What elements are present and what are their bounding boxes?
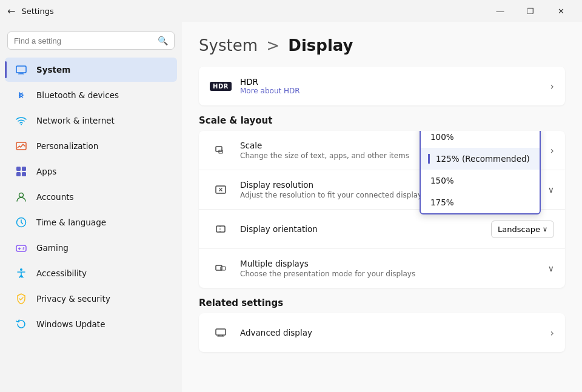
svg-rect-16 (216, 226, 225, 232)
scale-option-175[interactable]: 175% (421, 191, 540, 213)
multi-displays-control[interactable]: ∨ (548, 264, 554, 273)
svg-rect-0 (16, 66, 26, 73)
advanced-display-row[interactable]: Advanced display › (199, 313, 565, 352)
sidebar-item-bluetooth[interactable]: Bluetooth & devices (5, 83, 177, 107)
multi-displays-icon (210, 257, 232, 279)
related-settings-title: Related settings (199, 297, 565, 308)
orientation-chevron-icon: ∨ (543, 225, 547, 233)
svg-rect-8 (22, 172, 26, 176)
personalization-icon (15, 139, 28, 153)
resolution-icon (210, 179, 232, 201)
scale-row[interactable]: Scale Change the size of text, apps, and… (199, 131, 565, 170)
page-header: System > Display (199, 36, 565, 55)
maximize-button[interactable]: ❐ (517, 2, 544, 19)
orientation-row[interactable]: Display orientation Landscape ∨ (199, 210, 565, 249)
app-title: Settings (21, 7, 53, 16)
scale-option-100[interactable]: 100% (421, 131, 540, 148)
svg-rect-6 (22, 167, 26, 171)
sidebar-label-network: Network & internet (36, 116, 115, 125)
hdr-text: HDR More about HDR (240, 77, 550, 95)
orientation-icon (210, 218, 232, 240)
sidebar-label-personalization: Personalization (36, 141, 98, 151)
sidebar-label-apps: Apps (36, 167, 56, 176)
accessibility-icon (15, 267, 28, 280)
advanced-display-text: Advanced display (240, 328, 550, 337)
svg-point-9 (19, 193, 24, 198)
apps-icon (15, 165, 28, 178)
sidebar-item-gaming[interactable]: Gaming (5, 236, 177, 260)
main-content: System > Display HDR HDR More about HDR … (182, 22, 582, 392)
sidebar-label-privacy: Privacy & security (36, 294, 110, 304)
sidebar-item-accounts[interactable]: Accounts (5, 185, 177, 209)
advanced-display-icon (210, 322, 232, 344)
orientation-select[interactable]: Landscape ∨ (491, 221, 554, 238)
search-input[interactable] (14, 36, 153, 45)
svg-rect-7 (16, 172, 21, 176)
svg-rect-11 (16, 245, 26, 251)
gaming-icon (15, 241, 28, 254)
bluetooth-icon (15, 88, 28, 102)
scale-option-150[interactable]: 150% (421, 170, 540, 191)
app-body: 🔍 System Bluetooth & devi (0, 22, 582, 392)
advanced-display-chevron-icon: › (550, 327, 554, 339)
hdr-chevron-icon: › (550, 81, 554, 92)
search-icon: 🔍 (158, 36, 168, 45)
accounts-icon (15, 190, 28, 204)
sidebar-label-accounts: Accounts (36, 192, 74, 202)
scale-icon (210, 139, 232, 161)
hdr-card: HDR HDR More about HDR › (199, 67, 565, 105)
sidebar-label-system: System (36, 65, 70, 75)
privacy-icon (15, 292, 28, 305)
resolution-control[interactable]: ∨ (548, 185, 554, 194)
sidebar-item-time[interactable]: Time & language (5, 210, 177, 234)
svg-rect-19 (216, 329, 226, 335)
sidebar-item-accessibility[interactable]: Accessibility (5, 261, 177, 285)
sidebar-item-privacy[interactable]: Privacy & security (5, 287, 177, 311)
window-controls: — ❐ ✕ (486, 2, 575, 19)
resolution-chevron-icon: ∨ (548, 185, 554, 194)
advanced-display-title: Advanced display (240, 328, 550, 337)
close-button[interactable]: ✕ (547, 2, 575, 19)
scale-option-125[interactable]: 125% (Recommended) (421, 148, 540, 170)
system-icon (15, 63, 28, 76)
orientation-title: Display orientation (240, 224, 491, 234)
hdr-subtitle: More about HDR (240, 87, 550, 95)
sidebar-label-bluetooth: Bluetooth & devices (36, 90, 119, 100)
hdr-title: HDR (240, 77, 550, 87)
sidebar-item-apps[interactable]: Apps (5, 159, 177, 184)
selected-indicator (428, 154, 430, 164)
related-settings-card: Advanced display › (199, 313, 565, 352)
hdr-row[interactable]: HDR HDR More about HDR › (199, 67, 565, 105)
svg-point-3 (21, 124, 22, 125)
scale-control[interactable]: 100% 125% (Recommended) 150% 175% (550, 145, 554, 156)
multi-displays-subtitle: Choose the presentation mode for your di… (240, 270, 548, 278)
search-box[interactable]: 🔍 (7, 32, 175, 50)
sidebar: 🔍 System Bluetooth & devi (0, 22, 182, 392)
multi-displays-chevron-icon: ∨ (548, 264, 554, 273)
title-bar-left: ← Settings (7, 5, 54, 17)
svg-rect-5 (16, 167, 21, 171)
minimize-button[interactable]: — (486, 2, 514, 19)
sidebar-item-personalization[interactable]: Personalization (5, 134, 177, 158)
title-bar: ← Settings — ❐ ✕ (0, 0, 582, 22)
breadcrumb-arrow: > (266, 36, 284, 55)
scale-layout-title: Scale & layout (199, 115, 565, 126)
sidebar-label-time: Time & language (36, 218, 106, 227)
orientation-text: Display orientation (240, 224, 491, 234)
sidebar-item-network[interactable]: Network & internet (5, 108, 177, 133)
scale-dropdown[interactable]: 100% 125% (Recommended) 150% 175% (420, 131, 541, 214)
breadcrumb-display: Display (288, 36, 353, 55)
back-icon[interactable]: ← (7, 5, 15, 17)
svg-point-12 (20, 268, 22, 271)
advanced-display-control[interactable]: › (550, 327, 554, 339)
hdr-badge: HDR (210, 82, 232, 91)
scale-layout-card: Scale Change the size of text, apps, and… (199, 131, 565, 288)
sidebar-item-system[interactable]: System (5, 58, 177, 82)
multi-displays-row[interactable]: Multiple displays Choose the presentatio… (199, 249, 565, 288)
orientation-value: Landscape (498, 225, 540, 234)
hdr-badge-container: HDR (210, 75, 232, 97)
svg-rect-2 (18, 74, 24, 75)
sidebar-item-update[interactable]: Windows Update (5, 312, 177, 336)
multi-displays-title: Multiple displays (240, 259, 548, 268)
orientation-control[interactable]: Landscape ∨ (491, 221, 554, 238)
